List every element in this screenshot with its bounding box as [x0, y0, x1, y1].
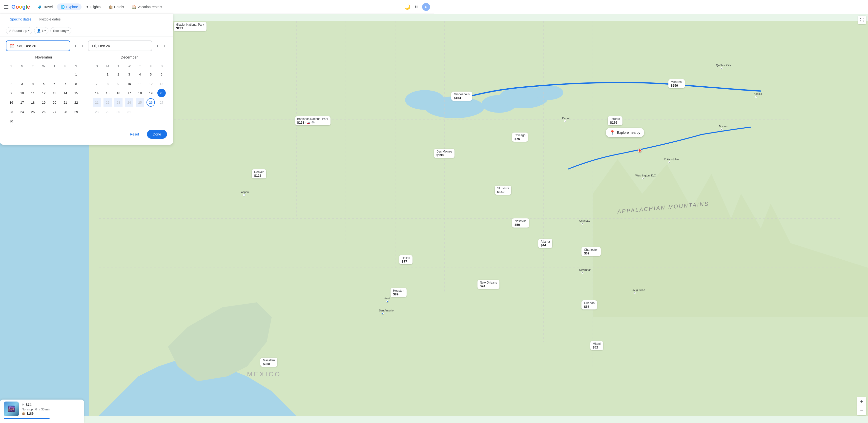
- nov-day-23[interactable]: 23: [7, 107, 16, 116]
- start-date-prev-button[interactable]: ‹: [73, 40, 78, 51]
- reset-button[interactable]: Reset: [125, 130, 144, 139]
- nov-day-24[interactable]: 24: [18, 107, 26, 116]
- dec-day-16[interactable]: 16: [114, 89, 123, 97]
- dec-day-4[interactable]: 4: [136, 70, 144, 78]
- nov-day-29[interactable]: 29: [72, 107, 80, 116]
- dec-day-21[interactable]: 21: [93, 98, 101, 107]
- nov-day-8[interactable]: 8: [72, 79, 80, 88]
- nav-tab-hotels[interactable]: 🏨 Hotels: [105, 3, 127, 10]
- vacation-icon: 🏠: [132, 5, 136, 9]
- dec-day-22[interactable]: 22: [103, 98, 112, 107]
- done-button[interactable]: Done: [147, 130, 167, 139]
- nov-day-18[interactable]: 18: [29, 98, 37, 107]
- dec-day-9[interactable]: 9: [114, 79, 123, 88]
- end-date-input[interactable]: Fri, Dec 26: [88, 40, 152, 51]
- dec-day-31[interactable]: 31: [125, 107, 133, 116]
- nov-day-7[interactable]: 7: [61, 79, 69, 88]
- nav-tab-explore[interactable]: 🌐 Explore: [57, 3, 81, 10]
- end-date-prev-button[interactable]: ‹: [155, 40, 160, 51]
- nov-day-9[interactable]: 9: [7, 89, 16, 97]
- dec-day-30[interactable]: 30: [114, 107, 123, 116]
- nov-day-19[interactable]: 19: [39, 98, 48, 107]
- trip-type-select[interactable]: ⇄ Round trip ▾: [6, 27, 32, 34]
- nov-day-27[interactable]: 27: [51, 107, 59, 116]
- dec-day-11[interactable]: 11: [136, 79, 144, 88]
- user-avatar[interactable]: U: [422, 3, 430, 11]
- nov-day-3[interactable]: 3: [18, 79, 26, 88]
- dec-day-14[interactable]: 14: [93, 89, 101, 97]
- specific-dates-tab[interactable]: Specific dates: [6, 14, 35, 25]
- nov-day-11[interactable]: 11: [29, 89, 37, 97]
- nov-day-20[interactable]: 20: [51, 98, 59, 107]
- drive-time: 6h: [311, 121, 314, 124]
- nov-day-17[interactable]: 17: [18, 98, 26, 107]
- dec-day-18[interactable]: 18: [136, 89, 144, 97]
- apps-grid-icon[interactable]: ⠿: [414, 4, 418, 10]
- nov-day-13[interactable]: 13: [51, 89, 59, 97]
- nov-day-10[interactable]: 10: [18, 89, 26, 97]
- dec-day-19[interactable]: 19: [147, 89, 155, 97]
- dec-day-26[interactable]: 26: [147, 98, 155, 107]
- dec-day-28[interactable]: 28: [93, 107, 101, 116]
- dec-day-13[interactable]: 13: [157, 79, 166, 88]
- nov-day-2[interactable]: 2: [7, 79, 16, 88]
- date-tabs: Specific dates Flexible dates: [0, 14, 173, 25]
- nov-day-30[interactable]: 30: [7, 117, 16, 125]
- dark-mode-icon[interactable]: 🌙: [404, 4, 410, 10]
- nov-day-6[interactable]: 6: [51, 79, 59, 88]
- nov-day-22[interactable]: 22: [72, 98, 80, 107]
- dec-day-29[interactable]: 29: [103, 107, 112, 116]
- nov-day-26[interactable]: 26: [39, 107, 48, 116]
- day-header-s: S: [6, 63, 17, 70]
- dec-day-5[interactable]: 5: [147, 70, 155, 78]
- nav-tab-flights[interactable]: ✈ Flights: [83, 3, 104, 10]
- dec-day-7[interactable]: 7: [93, 79, 101, 88]
- nav-tab-travel[interactable]: 🧳 Travel: [34, 3, 56, 10]
- swap-icon: ⇄: [9, 29, 11, 33]
- cabin-class-select[interactable]: Economy ▾: [51, 27, 71, 34]
- dec-day-24[interactable]: 24: [125, 98, 133, 107]
- end-date-next-button[interactable]: ›: [162, 40, 167, 51]
- nov-day-5[interactable]: 5: [39, 79, 48, 88]
- price-label-glacier[interactable]: Glacier National Park $283: [174, 22, 207, 31]
- nov-day-25[interactable]: 25: [29, 107, 37, 116]
- dec-day-20[interactable]: 20: [157, 89, 166, 97]
- passengers-select[interactable]: 👤 1 ▾: [34, 27, 49, 34]
- car-icon: 🚗: [307, 121, 310, 124]
- dec-day-25[interactable]: 25: [136, 98, 144, 107]
- dec-day-12[interactable]: 12: [147, 79, 155, 88]
- dec-day-6[interactable]: 6: [157, 70, 166, 78]
- dec-day-8[interactable]: 8: [103, 79, 112, 88]
- start-date-next-button[interactable]: ›: [81, 40, 85, 51]
- november-calendar: November S M T W T F S 1 2 3 4: [6, 55, 82, 126]
- dot-aspen[interactable]: Aspen: [243, 194, 245, 196]
- nov-day-15[interactable]: 15: [72, 89, 80, 97]
- chevron-down-icon: ▾: [67, 29, 69, 32]
- nov-day-16[interactable]: 16: [7, 98, 16, 107]
- explore-icon: 🌐: [61, 5, 65, 9]
- flexible-dates-tab[interactable]: Flexible dates: [35, 14, 64, 25]
- dec-day-17[interactable]: 17: [125, 89, 133, 97]
- flights-icon: ✈: [86, 5, 89, 9]
- price-label-badlands[interactable]: Badlands National Park $128 › 🚗 6h: [295, 116, 331, 125]
- nov-day-14[interactable]: 14: [61, 89, 69, 97]
- dec-day-header-m: M: [102, 63, 113, 70]
- start-date-input[interactable]: 📅 Sat, Dec 20: [6, 40, 70, 51]
- nov-day-1[interactable]: 1: [72, 70, 80, 78]
- nov-day-12[interactable]: 12: [39, 89, 48, 97]
- nov-day-28[interactable]: 28: [61, 107, 69, 116]
- december-header: December: [91, 55, 167, 59]
- dec-day-27[interactable]: 27: [157, 98, 166, 107]
- nov-day-4[interactable]: 4: [29, 79, 37, 88]
- day-header-t: T: [27, 63, 38, 70]
- nov-day-21[interactable]: 21: [61, 98, 69, 107]
- dec-day-3[interactable]: 3: [125, 70, 133, 78]
- dec-day-23[interactable]: 23: [114, 98, 123, 107]
- hamburger-menu[interactable]: [4, 5, 8, 9]
- dec-day-1[interactable]: 1: [103, 70, 112, 78]
- nav-tab-vacation[interactable]: 🏠 Vacation rentals: [128, 3, 165, 10]
- price-label-denver[interactable]: Denver $128: [252, 169, 266, 178]
- dec-day-2[interactable]: 2: [114, 70, 123, 78]
- dec-day-10[interactable]: 10: [125, 79, 133, 88]
- dec-day-15[interactable]: 15: [103, 89, 112, 97]
